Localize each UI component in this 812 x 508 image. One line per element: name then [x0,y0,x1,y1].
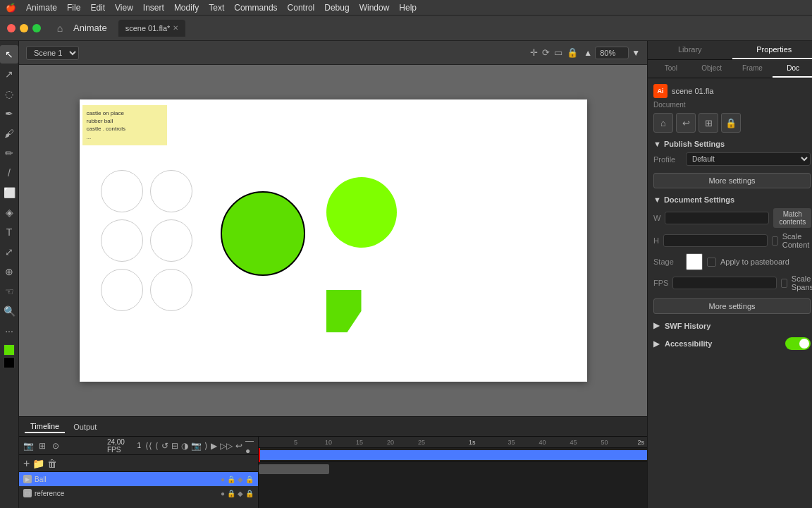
visibility-icon2[interactable]: ● [221,490,225,497]
subtab-doc[interactable]: Doc [773,60,812,78]
rotate-icon[interactable]: ⟳ [542,47,550,58]
camera-icon[interactable]: 📷 [23,439,34,453]
keyframe2-icon[interactable]: ◆ [238,490,243,497]
accessibility-title[interactable]: ▶ Accessibility [653,337,811,350]
more-tools[interactable]: ··· [0,322,18,340]
doc-more-btn[interactable]: More settings [653,298,811,314]
stroke-color-swatch[interactable] [4,357,15,368]
width-input[interactable]: 1280 [665,212,769,224]
fps-input[interactable]: 24 [672,277,777,289]
close-button[interactable] [7,24,16,32]
tab-output[interactable]: Output [68,421,102,433]
zoom-up-icon[interactable]: ▲ [584,48,592,58]
fill-tool[interactable]: ◈ [0,203,18,222]
minimize-button[interactable] [20,24,28,32]
profile-select[interactable]: Default [686,152,811,166]
document-settings-title[interactable]: ▼ Document Settings [653,195,811,204]
loop-icon[interactable]: ↺ [161,441,168,451]
lock-ref-icon[interactable]: 🔒 [227,490,235,497]
brush-tool[interactable]: 🖌 [0,124,18,143]
menu-debug[interactable]: Debug [324,3,349,13]
scale-spans-checkbox[interactable] [781,279,787,288]
fill-color-swatch[interactable] [4,344,15,356]
step-fwd-icon[interactable]: ⟩ [204,441,208,451]
menu-insert[interactable]: Insert [143,3,164,13]
home-icon[interactable]: ⌂ [52,20,68,36]
move-icon[interactable]: ✛ [530,47,538,58]
zoom-down-icon[interactable]: ▼ [632,48,640,58]
menu-control[interactable]: Control [288,3,315,13]
playhead[interactable] [259,448,260,462]
layer-lock3-icon[interactable]: 🔒 [245,490,254,497]
subtab-frame[interactable]: Frame [732,60,773,78]
lasso-tool[interactable]: ◌ [0,85,18,103]
add-folder-btn[interactable]: 📁 [32,458,44,469]
line-tool[interactable]: / [0,164,18,182]
menu-edit[interactable]: Edit [90,3,105,13]
apple-menu[interactable]: 🍎 [6,3,16,13]
document-tab[interactable]: scene 01.fla* ✕ [118,20,186,37]
accessibility-toggle[interactable] [785,337,811,350]
stage[interactable]: castle on place rubber ball castle . con… [80,99,587,382]
hand-tool[interactable]: ☜ [0,282,18,301]
subselect-tool[interactable]: ↗ [0,65,18,83]
ball-keyframe-bar[interactable] [259,450,647,460]
doc-icon-2[interactable]: ↩ [676,113,696,133]
subtab-tool[interactable]: Tool [651,60,691,78]
camera2-icon[interactable]: 📷 [191,441,202,451]
height-input[interactable]: 720 [663,234,768,247]
clip-icon[interactable]: ▭ [554,47,562,58]
transform-tool[interactable]: ⤢ [0,243,18,261]
add-layer-icon[interactable]: ⊞ [38,439,47,453]
select-tool[interactable]: ↖ [0,45,18,64]
lock-layer-icon[interactable]: 🔒 [227,476,235,483]
layer-lock2-icon[interactable]: 🔒 [245,476,254,483]
eyedropper-tool[interactable]: ⊕ [0,262,18,281]
doc-icon-1[interactable]: ⌂ [653,113,673,133]
onion-icon[interactable]: ⊙ [51,439,61,453]
layer-reference[interactable]: □ reference ● 🔒 ◆ 🔒 [19,486,258,500]
play-icon[interactable]: ▶ [211,441,217,451]
rewind-icon[interactable]: ⟨⟨ [145,441,152,451]
menu-commands[interactable]: Commands [234,3,277,13]
maximize-button[interactable] [32,24,41,32]
unknown-icon[interactable]: ◑ [181,441,188,451]
publish-settings-title[interactable]: ▼ Publish Settings [653,140,811,148]
menu-animate[interactable]: Animate [26,3,57,13]
stage-color-picker[interactable] [686,253,703,270]
slider-icon[interactable]: —● [245,436,254,456]
zoom-tool[interactable]: 🔍 [0,302,18,320]
visibility-icon[interactable]: ● [221,476,225,483]
menu-text[interactable]: Text [209,3,224,13]
tab-properties[interactable]: Properties [732,41,812,59]
pen-tool[interactable]: ✒ [0,104,18,123]
add-layer-btn[interactable]: + [23,457,30,470]
menu-window[interactable]: Window [359,3,390,13]
match-contents-btn[interactable]: Match contents [773,208,811,228]
lock-icon[interactable]: 🔒 [567,47,578,58]
split-icon[interactable]: ⊟ [171,441,178,451]
scene-selector[interactable]: Scene 1 [26,46,79,60]
menu-help[interactable]: Help [399,3,417,13]
text-tool[interactable]: T [0,223,18,241]
menu-modify[interactable]: Modify [174,3,199,13]
undo-icon[interactable]: ↩ [235,441,242,451]
step-back-icon[interactable]: ⟨ [155,441,159,451]
apply-pasteboard-checkbox[interactable] [707,258,716,267]
publish-more-btn[interactable]: More settings [653,173,811,188]
layer-ball[interactable]: ▶ Ball ● 🔒 ◆ 🔒 [19,472,258,486]
tab-close-icon[interactable]: ✕ [173,24,178,32]
ref-keyframe-bar[interactable] [259,464,329,474]
subtab-object[interactable]: Object [691,60,732,78]
doc-icon-3[interactable]: ⊞ [699,113,718,133]
tab-timeline[interactable]: Timeline [25,421,65,433]
swf-history-title[interactable]: ▶ SWF History [653,321,811,330]
loop2-icon[interactable]: ▷▷ [220,441,233,451]
menu-view[interactable]: View [115,3,133,13]
scale-content-checkbox[interactable] [772,236,778,246]
partial-shape[interactable] [326,290,362,332]
eraser-tool[interactable]: ⬜ [0,183,18,202]
menu-file[interactable]: File [67,3,80,13]
ball-circle[interactable] [221,191,305,276]
doc-icon-4[interactable]: 🔒 [721,113,741,133]
